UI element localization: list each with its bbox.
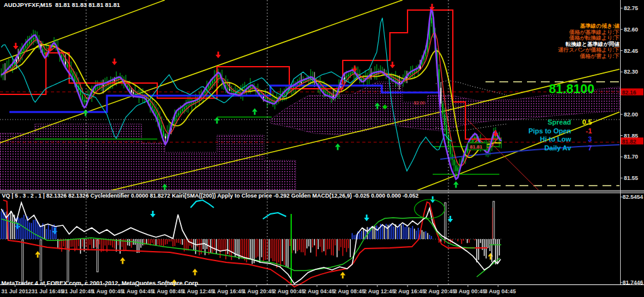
svg-text:82.60: 82.60: [624, 26, 638, 33]
level-price-label: 82.00: [414, 101, 425, 105]
svg-text:1 Aug 08:45: 1 Aug 08:45: [152, 288, 184, 294]
arrow-up-icon: [83, 109, 89, 116]
info-row-value: 0.5: [575, 118, 592, 127]
svg-text:3 Aug 04:45: 3 Aug 04:45: [484, 288, 516, 294]
info-row-value: 3: [575, 135, 592, 144]
svg-text:1 Aug 00:45: 1 Aug 00:45: [92, 288, 123, 294]
svg-text:81.70: 81.70: [624, 154, 638, 160]
svg-text:82.00: 82.00: [624, 111, 638, 118]
svg-text:81.7446: 81.7446: [623, 279, 643, 286]
price-axis: 82.7582.6082.4582.3082.1582.0081.8581.70…: [620, 5, 643, 286]
spread-info-rows: Spread0.5Pips to Open-1Hi to Low3Daily A…: [528, 118, 619, 152]
arrow-up-icon: [453, 181, 459, 188]
info-row: Hi to Low3: [528, 135, 619, 144]
arrow-up-icon: [252, 108, 258, 115]
svg-text:31 Jul 2012: 31 Jul 2012: [1, 288, 31, 294]
svg-text:82.5454: 82.5454: [623, 194, 643, 200]
svg-text:81.55: 81.55: [624, 175, 638, 181]
trade-price-label: 81.81: [470, 144, 483, 150]
ichimoku-status-lines: 基準線の傾き:値価格が基準線より:下価格が転換線より:下転換線と基準線が同値遅行…: [528, 23, 619, 59]
info-row-value: -1: [575, 127, 592, 136]
svg-text:1 Aug 12:45: 1 Aug 12:45: [182, 288, 214, 294]
indicator-title: VQ | 5 . 3 . 2 . 1 | 82.1326 82.1326 Cyc…: [2, 193, 419, 199]
svg-text:2 Aug 20:45: 2 Aug 20:45: [424, 288, 455, 294]
info-row: Daily Av7: [528, 144, 619, 153]
info-row-label: Daily Av: [544, 144, 571, 153]
arrow-down-icon: [13, 43, 19, 50]
svg-text:2 Aug 04:45: 2 Aug 04:45: [303, 288, 335, 294]
chart-symbol-title: AUDJPYFXF,M15 81.81 81.83 81.81 81.81: [4, 1, 120, 8]
svg-text:1 Aug 04:45: 1 Aug 04:45: [122, 288, 153, 294]
svg-text:3 Aug 00:45: 3 Aug 00:45: [454, 288, 486, 294]
svg-text:81.82: 81.82: [622, 138, 636, 145]
arrow-up-icon: [488, 253, 494, 260]
svg-text:2 Aug 08:45: 2 Aug 08:45: [333, 288, 365, 294]
arrow-down-icon: [430, 4, 435, 11]
arrow-down-icon: [216, 52, 221, 59]
arrow-up-icon: [192, 269, 198, 276]
svg-text:82.75: 82.75: [624, 5, 638, 11]
ichimoku-cloud: [0, 82, 619, 190]
arrow-down-icon: [390, 62, 396, 69]
info-row-label: Hi to Low: [540, 135, 572, 144]
svg-text:82.16: 82.16: [622, 89, 636, 96]
arrow-up-icon: [335, 143, 341, 150]
price-tag: 82.16: [621, 89, 643, 96]
arrow-down-icon: [150, 211, 156, 218]
svg-text:82.30: 82.30: [624, 69, 638, 75]
info-row-value: 7: [575, 144, 592, 153]
arrow-down-icon: [52, 228, 58, 235]
info-row-label: Spread: [548, 118, 571, 127]
svg-text:2 Aug 00:45: 2 Aug 00:45: [273, 288, 304, 294]
arrow-up-icon: [214, 117, 220, 124]
arrow-up-icon: [340, 272, 346, 279]
indicator-lines: [0, 199, 503, 287]
svg-text:1 Aug 20:45: 1 Aug 20:45: [243, 288, 274, 294]
svg-text:2 Aug 12:45: 2 Aug 12:45: [364, 288, 395, 294]
arrow-down-icon: [112, 59, 118, 65]
svg-text:1 Aug 16:45: 1 Aug 16:45: [213, 288, 244, 294]
mt4-chart-window: 82.0081.8182.7582.6082.4582.3082.1582.00…: [0, 0, 644, 297]
copyright-text: MetaTrader 4 at FOREX.com, c 2001-2012, …: [1, 279, 200, 286]
current-price: 81.8100: [528, 82, 619, 96]
info-row-label: Pips to Open: [528, 127, 571, 136]
arrow-down-icon: [364, 215, 370, 221]
svg-text:31 Jul 16:45: 31 Jul 16:45: [31, 288, 64, 294]
price-tag: 81.82: [621, 138, 643, 145]
info-row: Pips to Open-1: [528, 127, 619, 136]
arrow-up-icon: [35, 251, 41, 258]
market-info-panel: 基準線の傾き:値価格が基準線より:下価格が転換線より:下転換線と基準線が同値遅行…: [528, 1, 619, 175]
svg-text:82.45: 82.45: [624, 48, 638, 54]
info-row: Spread0.5: [528, 118, 619, 127]
ichimoku-status-line: 価格が雲より:下: [528, 53, 619, 60]
svg-text:2 Aug 16:45: 2 Aug 16:45: [394, 288, 425, 294]
svg-text:31 Jul 20:45: 31 Jul 20:45: [62, 288, 94, 294]
arrow-up-icon: [120, 257, 126, 264]
